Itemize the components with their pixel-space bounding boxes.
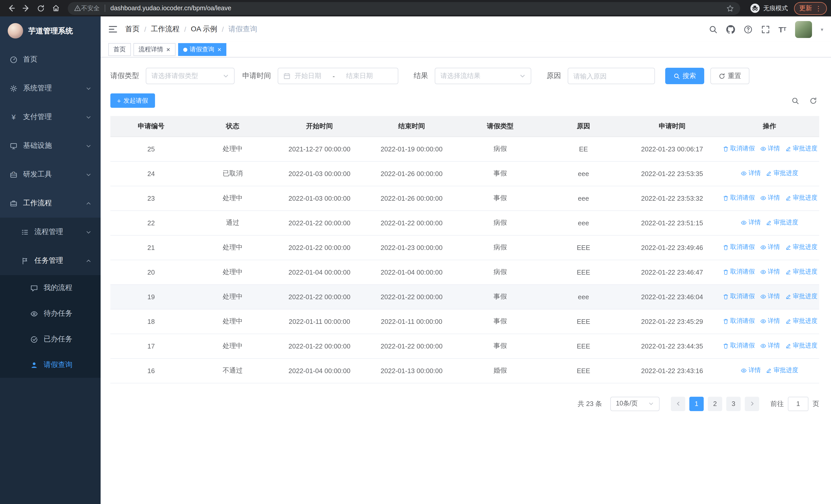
header-apply-time: 申请时间 (624, 116, 720, 137)
breadcrumb-item-workflow[interactable]: 工作流程 (151, 25, 180, 34)
cancel-action-link[interactable]: 取消请假 (722, 317, 755, 326)
search-toggle-icon[interactable] (792, 97, 799, 105)
cancel-action-link[interactable]: 取消请假 (722, 292, 755, 301)
start-date-input[interactable]: 开始日期 (295, 71, 321, 81)
table-row: 18处理中2022-01-11 00:00:002022-01-11 00:00… (110, 309, 819, 334)
detail-action-link[interactable]: 详情 (741, 366, 761, 375)
sidebar-item-todo-tasks[interactable]: 待办任务 (0, 301, 101, 326)
detail-action-link[interactable]: 详情 (760, 292, 780, 301)
home-button[interactable] (49, 1, 63, 15)
sidebar-item-leave-query[interactable]: 请假查询 (0, 352, 101, 378)
page-button-1[interactable]: 1 (689, 396, 704, 411)
progress-action-link[interactable]: 审批进度 (785, 268, 818, 276)
sidebar-toggle-button[interactable] (108, 25, 118, 33)
progress-action-link[interactable]: 审批进度 (785, 292, 818, 301)
action-label: 详情 (768, 317, 780, 326)
end-date-input[interactable]: 结束日期 (346, 71, 373, 81)
cancel-action-link[interactable]: 取消请假 (722, 342, 755, 350)
url-text[interactable]: dashboard.yudao.iocoder.cn/bpm/oa/leave (110, 5, 726, 12)
tab-leave-query[interactable]: 请假查询 × (178, 43, 226, 56)
avatar[interactable] (795, 21, 812, 38)
sidebar-item-infrastructure[interactable]: 基础设施 (0, 131, 101, 160)
page-button-3[interactable]: 3 (726, 396, 741, 411)
edit-icon (766, 367, 772, 374)
github-icon[interactable] (726, 25, 735, 34)
caret-down-icon[interactable]: ▾ (821, 26, 823, 32)
update-button[interactable]: 更新 ⋮ (794, 2, 827, 14)
detail-action-link[interactable]: 详情 (741, 218, 761, 227)
detail-action-link[interactable]: 详情 (760, 145, 780, 153)
cancel-action-link[interactable]: 取消请假 (722, 194, 755, 203)
breadcrumb-item-home[interactable]: 首页 (125, 25, 140, 34)
detail-action-link[interactable]: 详情 (760, 243, 780, 252)
next-page-button[interactable] (745, 396, 759, 411)
sidebar-item-my-processes[interactable]: 我的流程 (0, 275, 101, 301)
tab-close-icon[interactable]: × (166, 46, 170, 53)
cell-leave-type: 婚假 (458, 358, 543, 383)
page-size-select[interactable]: 10条/页 (610, 396, 660, 411)
browser-menu-icon[interactable]: ⋮ (815, 4, 822, 12)
progress-action-link[interactable]: 审批进度 (766, 366, 798, 375)
tab-process-detail[interactable]: 流程详情 × (134, 43, 175, 56)
cell-actions: 取消请假详情审批进度 (720, 260, 819, 284)
cancel-action-link[interactable]: 取消请假 (722, 145, 755, 153)
font-size-icon[interactable]: TT (778, 25, 786, 33)
breadcrumb-item-oa-example[interactable]: OA 示例 (191, 25, 218, 34)
bookmark-star-icon[interactable] (726, 4, 734, 12)
detail-action-link[interactable]: 详情 (760, 342, 780, 350)
progress-action-link[interactable]: 审批进度 (785, 243, 818, 252)
sidebar-item-payment-management[interactable]: ¥ 支付管理 (0, 102, 101, 131)
detail-action-link[interactable]: 详情 (741, 169, 761, 178)
goto-page-input[interactable] (788, 396, 808, 411)
progress-action-link[interactable]: 审批进度 (785, 342, 818, 350)
forward-button[interactable] (19, 1, 33, 15)
sidebar-item-system-management[interactable]: 系统管理 (0, 74, 101, 102)
address-bar[interactable]: 不安全 dashboard.yudao.iocoder.cn/bpm/oa/le… (68, 2, 740, 14)
cancel-action-link[interactable]: 取消请假 (722, 268, 755, 276)
tab-close-icon[interactable]: × (218, 46, 221, 53)
select-placeholder: 请选择流结果 (440, 71, 481, 81)
sidebar-item-label: 基础设施 (23, 141, 52, 150)
detail-action-link[interactable]: 详情 (760, 317, 780, 326)
logo[interactable]: 芋道管理系统 (0, 17, 101, 45)
leave-type-select[interactable]: 请选择请假类型 (146, 68, 235, 84)
create-leave-button[interactable]: + 发起请假 (110, 93, 155, 108)
reset-button[interactable]: 重置 (710, 68, 749, 84)
trash-icon (722, 244, 728, 250)
sidebar-filler (0, 378, 101, 504)
cell-end-time: 2022-01-23 00:00:00 (366, 235, 458, 260)
back-button[interactable] (4, 1, 18, 15)
fullscreen-icon[interactable] (761, 25, 770, 34)
result-select[interactable]: 请选择流结果 (435, 68, 531, 84)
sidebar-item-workflow[interactable]: 工作流程 (0, 189, 101, 217)
search-button[interactable]: 搜索 (665, 68, 704, 84)
search-icon[interactable] (709, 25, 717, 34)
page-button-2[interactable]: 2 (708, 396, 722, 411)
progress-action-link[interactable]: 审批进度 (766, 218, 798, 227)
progress-action-link[interactable]: 审批进度 (785, 145, 818, 153)
sidebar-item-task-management[interactable]: 任务管理 (0, 246, 101, 275)
detail-action-link[interactable]: 详情 (760, 194, 780, 203)
progress-action-link[interactable]: 审批进度 (766, 169, 798, 178)
sidebar-item-home[interactable]: 首页 (0, 45, 101, 74)
sidebar-item-process-management[interactable]: 流程管理 (0, 217, 101, 246)
security-warning-icon[interactable] (74, 5, 81, 12)
progress-action-link[interactable]: 审批进度 (785, 317, 818, 326)
sidebar-item-label: 系统管理 (23, 84, 52, 93)
tab-home[interactable]: 首页 (108, 43, 131, 56)
cell-end-time: 2022-01-22 00:00:00 (366, 284, 458, 309)
reason-input[interactable] (568, 68, 655, 84)
date-range-picker[interactable]: 开始日期 - 结束日期 (278, 68, 398, 84)
security-label[interactable]: 不安全 (81, 4, 99, 12)
progress-action-link[interactable]: 审批进度 (785, 194, 818, 203)
detail-action-link[interactable]: 详情 (760, 268, 780, 276)
eye-icon (741, 220, 747, 226)
refresh-icon[interactable] (809, 97, 817, 105)
help-icon[interactable] (744, 25, 752, 34)
reload-button[interactable] (34, 1, 48, 15)
cancel-action-link[interactable]: 取消请假 (722, 243, 755, 252)
table-row: 16不通过2022-01-04 00:00:002022-01-13 00:00… (110, 358, 819, 383)
sidebar-item-dev-tools[interactable]: 研发工具 (0, 160, 101, 189)
prev-page-button[interactable] (671, 396, 685, 411)
sidebar-item-done-tasks[interactable]: 已办任务 (0, 326, 101, 352)
